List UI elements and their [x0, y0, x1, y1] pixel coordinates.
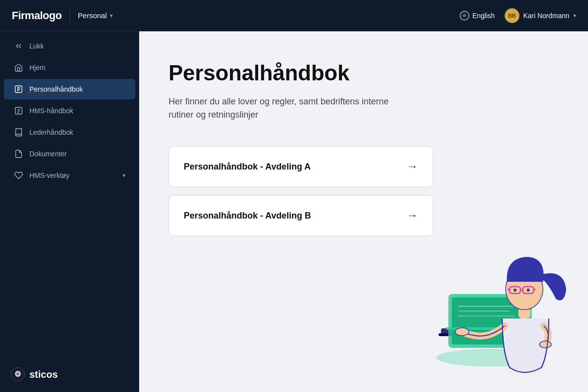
sidebar-footer: ⚙ sticos [0, 357, 139, 392]
sidebar-label-hjem: Hjem [29, 64, 125, 72]
sidebar-label-hms-verktoy: HMS-verktøy [29, 172, 117, 179]
sticos-icon: ⚙ [10, 367, 25, 382]
header-divider [70, 9, 70, 23]
sidebar-item-personalhandbok[interactable]: Personalhåndbok [4, 79, 135, 99]
svg-point-23 [527, 289, 530, 292]
sidebar-item-lukk[interactable]: Lukk [4, 36, 135, 56]
logo: Firmalogo [12, 9, 62, 22]
language-selector[interactable]: ⊕ English [460, 11, 495, 21]
svg-text:⚙: ⚙ [14, 370, 21, 378]
card-title-avdeling-b: Personalhåndbok - Avdeling B [184, 211, 311, 221]
sticos-text: sticos [29, 369, 58, 380]
globe-icon: ⊕ [460, 11, 469, 21]
sidebar: Lukk Hjem Personalhåndbok HMS-håndbok [0, 31, 139, 392]
chevron-left-left-icon [14, 41, 24, 51]
arrow-icon-b: → [407, 209, 418, 222]
sticos-logo: ⚙ sticos [10, 367, 129, 382]
home-icon [14, 63, 24, 73]
language-label: English [472, 12, 495, 20]
sidebar-item-hms-handbok[interactable]: HMS-håndbok [4, 100, 135, 121]
svg-rect-2 [15, 107, 22, 114]
layout: Lukk Hjem Personalhåndbok HMS-håndbok [0, 31, 588, 392]
hms-verktoy-chevron-icon: ▾ [122, 172, 125, 179]
main-content: Personalhåndbok Her finner du alle lover… [139, 31, 588, 392]
header-right: ⊕ English BB Kari Nordmann ▾ [460, 8, 576, 23]
sidebar-label-hms-handbok: HMS-håndbok [29, 107, 125, 115]
user-book-icon [14, 84, 24, 94]
sidebar-label-personalhandbok: Personalhåndbok [29, 85, 125, 93]
page-title: Personalhåndbok [169, 61, 559, 85]
card-avdeling-b[interactable]: Personalhåndbok - Avdeling B → [169, 195, 433, 236]
product-selector[interactable]: Personal ▾ [78, 11, 113, 20]
card-title-avdeling-a: Personalhåndbok - Avdeling A [184, 162, 311, 172]
illustration [412, 230, 568, 377]
card-avdeling-a[interactable]: Personalhåndbok - Avdeling A → [169, 146, 433, 187]
user-chevron-icon: ▾ [573, 12, 576, 19]
svg-point-24 [455, 328, 469, 336]
product-chevron-icon: ▾ [110, 12, 113, 19]
sidebar-item-hms-verktoy[interactable]: HMS-verktøy ▾ [4, 165, 135, 186]
sidebar-label-dokumenter: Dokumenter [29, 150, 125, 158]
shield-book-icon [14, 106, 24, 116]
sidebar-item-hjem[interactable]: Hjem [4, 57, 135, 78]
sidebar-item-dokumenter[interactable]: Dokumenter [4, 144, 135, 164]
product-label: Personal [78, 11, 107, 20]
user-name: Kari Nordmann [523, 12, 569, 20]
user-menu[interactable]: BB Kari Nordmann ▾ [505, 8, 576, 23]
arrow-icon-a: → [407, 160, 418, 173]
sidebar-label-lederhandbok: Lederhåndbok [29, 128, 125, 136]
file-icon [14, 149, 24, 159]
svg-point-22 [514, 289, 516, 292]
header: Firmalogo Personal ▾ ⊕ English BB Kari N… [0, 0, 588, 31]
card-list: Personalhåndbok - Avdeling A → Personalh… [169, 146, 433, 236]
sidebar-item-lederhandbok[interactable]: Lederhåndbok [4, 122, 135, 143]
sidebar-label-lukk: Lukk [29, 42, 125, 50]
book-icon [14, 127, 24, 137]
heart-icon [14, 171, 24, 180]
header-left: Firmalogo Personal ▾ [12, 9, 113, 23]
avatar: BB [505, 8, 519, 23]
page-subtitle: Her finner du alle lover og regler, samt… [169, 95, 414, 122]
svg-point-25 [539, 341, 551, 348]
